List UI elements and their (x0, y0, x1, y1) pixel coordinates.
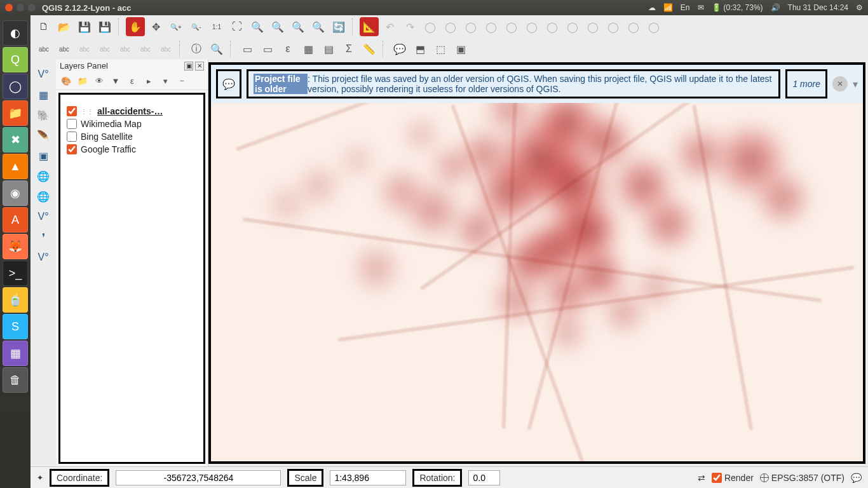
notice-more-button[interactable]: 1 more (785, 69, 827, 98)
close-window-icon[interactable] (5, 4, 13, 11)
map-tips-icon[interactable]: 💬 (390, 39, 409, 58)
label-abc2-icon[interactable]: abc (55, 39, 74, 58)
refresh-icon[interactable]: 🔄 (329, 17, 348, 36)
launcher-dash[interactable]: ◐ (3, 20, 28, 46)
edit8-icon[interactable]: ◯ (563, 17, 582, 36)
style-icon[interactable]: 🎨 (58, 73, 74, 88)
add-group-icon[interactable]: ❜ (34, 227, 53, 247)
remove-layer-icon[interactable]: － (174, 73, 189, 88)
notice-close-icon[interactable]: ✕ (832, 76, 848, 92)
label-abc1-icon[interactable]: abc (34, 39, 53, 58)
edit5-icon[interactable]: ◯ (502, 17, 521, 36)
launcher-tools[interactable]: ✖ (3, 127, 28, 152)
launcher-eclipse[interactable]: ◯ (3, 74, 28, 99)
sum-icon[interactable]: Σ (339, 39, 358, 58)
add-csv-icon[interactable]: 🌐 (34, 166, 53, 186)
render-checkbox[interactable]: Render (712, 473, 754, 483)
save-as-icon[interactable]: 💾 (95, 17, 114, 36)
rotation-input[interactable] (468, 470, 500, 485)
coordinate-input[interactable] (116, 470, 281, 485)
edit-icon[interactable]: ◯ (421, 17, 440, 36)
edit9-icon[interactable]: ◯ (583, 17, 602, 36)
add-wfs-icon[interactable]: 🌐 (34, 187, 53, 206)
pan-icon[interactable]: ✋ (126, 17, 145, 36)
field-calc-icon[interactable]: ▤ (319, 39, 338, 58)
settings-gear-icon[interactable]: ⚙ (856, 3, 863, 12)
save-project-icon[interactable]: 💾 (75, 17, 94, 36)
filter-icon[interactable]: ▼ (108, 73, 123, 88)
launcher-app[interactable]: ▦ (3, 341, 28, 366)
select-rect-icon[interactable]: ▭ (238, 39, 257, 58)
bookmark3-icon[interactable]: ▣ (451, 39, 470, 58)
open-project-icon[interactable]: 📂 (55, 17, 74, 36)
zoom-last-icon[interactable]: 🔍 (288, 17, 308, 36)
ruler-icon[interactable]: 📐 (360, 17, 379, 36)
label-abc7-icon[interactable]: abc (156, 39, 175, 58)
add-postgis-icon[interactable]: 🐘 (34, 105, 53, 125)
edit6-icon[interactable]: ◯ (522, 17, 541, 36)
battery-icon[interactable]: 🔋 (0:32, 73%) (712, 3, 763, 12)
measure-icon[interactable]: 📏 (360, 39, 379, 58)
edit4-icon[interactable]: ◯ (482, 17, 501, 36)
edit2-icon[interactable]: ◯ (441, 17, 460, 36)
zoom-layer-icon[interactable]: 🔍 (268, 17, 287, 36)
add-group-icon[interactable]: 📁 (75, 73, 90, 88)
minimize-window-icon[interactable] (17, 4, 24, 11)
toggle-extents-icon[interactable]: ✦ (37, 473, 43, 482)
visibility-icon[interactable]: 👁 (92, 73, 107, 88)
render-check-input[interactable] (712, 473, 722, 483)
add-wms-icon[interactable]: ▣ (34, 146, 53, 165)
edit11-icon[interactable]: ◯ (624, 17, 643, 36)
layer-item[interactable]: Bing Satellite (64, 130, 200, 143)
layer-visibility-checkbox[interactable] (67, 144, 77, 154)
attr-table-icon[interactable]: ▦ (299, 39, 318, 58)
edit12-icon[interactable]: ◯ (644, 17, 663, 36)
undo-icon[interactable]: ↶ (380, 17, 399, 36)
expression-icon[interactable]: ε (125, 73, 140, 88)
bookmark2-icon[interactable]: ⬚ (431, 39, 450, 58)
zoom-selection-icon[interactable]: 🔍 (248, 17, 267, 36)
label-abc3-icon[interactable]: abc (75, 39, 94, 58)
edit3-icon[interactable]: ◯ (461, 17, 480, 36)
magnifier-icon[interactable]: ⇄ (698, 473, 705, 483)
select-expr-icon[interactable]: ε (278, 39, 297, 58)
select-poly-icon[interactable]: ▭ (258, 39, 277, 58)
launcher-disk[interactable]: ◉ (3, 180, 28, 206)
layer-visibility-checkbox[interactable] (67, 132, 77, 142)
label-abc6-icon[interactable]: abc (136, 39, 155, 58)
launcher-tea[interactable]: 🍵 (3, 287, 28, 313)
launcher-vlc[interactable]: ▲ (3, 154, 28, 179)
launcher-qgis[interactable]: Q (3, 47, 28, 72)
launcher-software[interactable]: A (3, 207, 28, 233)
pan-selection-icon[interactable]: ✥ (146, 17, 165, 36)
identify-icon[interactable]: ⓘ (187, 39, 206, 58)
redo-icon[interactable]: ↷ (400, 17, 419, 36)
add-raster-icon[interactable]: ▦ (34, 85, 53, 104)
cloud-icon[interactable]: ☁ (648, 3, 656, 12)
layer-visibility-checkbox[interactable] (67, 119, 77, 129)
scale-input[interactable] (330, 470, 406, 485)
edit7-icon[interactable]: ◯ (543, 17, 562, 36)
add-spatialite-icon[interactable]: 🪶 (34, 126, 53, 145)
label-abc4-icon[interactable]: abc (95, 39, 114, 58)
launcher-trash[interactable]: 🗑 (3, 367, 28, 393)
add-delimited-icon[interactable]: V° (34, 248, 53, 267)
wifi-icon[interactable]: 📶 (663, 3, 673, 12)
panel-close-icon[interactable]: ✕ (195, 62, 204, 71)
launcher-files[interactable]: 📁 (3, 100, 28, 126)
panel-undock-icon[interactable]: ▣ (184, 62, 193, 71)
layer-item[interactable]: ⋮⋮all-accidents-… (64, 105, 200, 118)
launcher-firefox[interactable]: 🦊 (3, 234, 28, 259)
layer-visibility-checkbox[interactable] (67, 106, 77, 116)
crs-button[interactable]: EPSG:3857 (OTF) (760, 473, 844, 483)
map-area[interactable]: 💬 Project file is older: This project fi… (208, 62, 865, 464)
label-abc5-icon[interactable]: abc (116, 39, 135, 58)
messages-icon[interactable]: 💬 (851, 473, 862, 483)
zoom-next-icon[interactable]: 🔍 (309, 17, 328, 36)
notice-dropdown-icon[interactable]: ▾ (853, 78, 858, 90)
layer-item[interactable]: Wikimedia Map (64, 118, 200, 130)
collapse-icon[interactable]: ▾ (158, 73, 173, 88)
zoom-out-icon[interactable]: 🔍- (187, 17, 206, 36)
map-canvas[interactable] (211, 65, 863, 461)
edit10-icon[interactable]: ◯ (604, 17, 623, 36)
